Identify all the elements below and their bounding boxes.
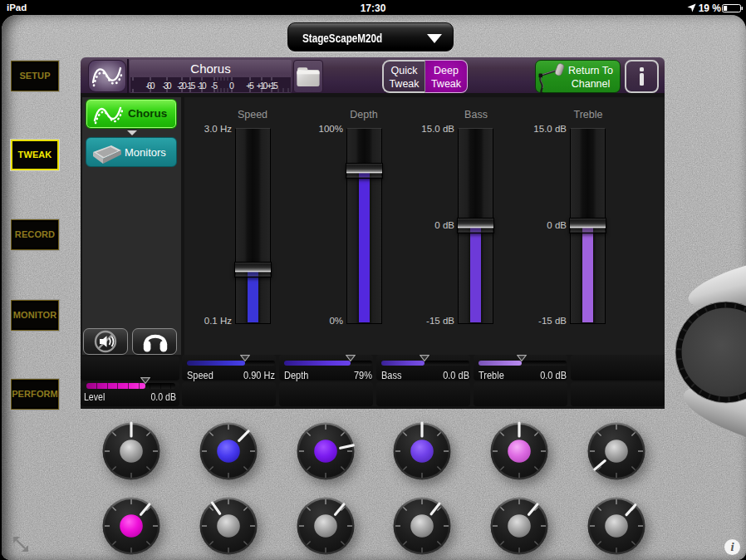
svg-text:0: 0 xyxy=(229,81,234,91)
svg-text:-5: -5 xyxy=(211,81,218,91)
svg-text:-60: -60 xyxy=(146,81,155,91)
svg-text:-15: -15 xyxy=(186,81,196,91)
svg-text:-10: -10 xyxy=(198,81,207,91)
svg-text:+5: +5 xyxy=(246,81,254,91)
svg-text:-30: -30 xyxy=(163,81,172,91)
svg-text:+15: +15 xyxy=(267,81,278,91)
